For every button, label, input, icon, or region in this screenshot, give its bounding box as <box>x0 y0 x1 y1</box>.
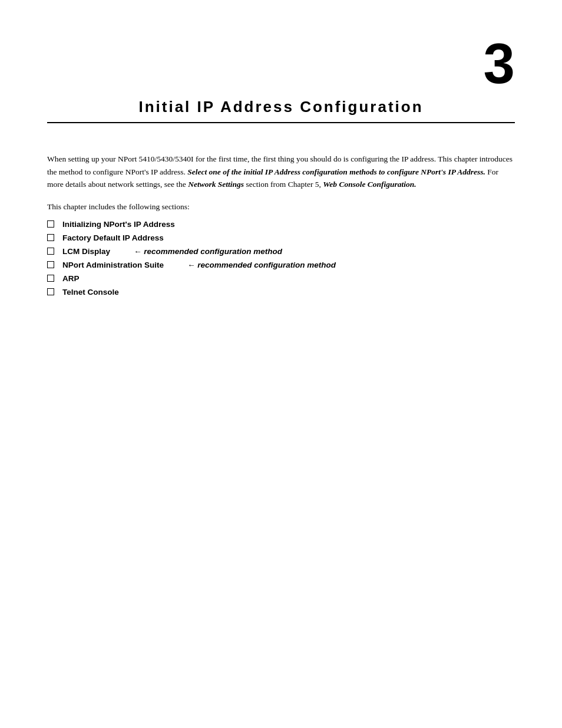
list-item: Factory Default IP Address <box>47 233 515 242</box>
checkbox-icon <box>47 220 54 228</box>
chapter-title: Initial IP Address Configuration <box>0 98 562 116</box>
list-item: NPort Administration Suite ← recommended… <box>47 261 515 269</box>
checkbox-icon <box>47 275 54 282</box>
list-item: LCM Display ← recommended configuration … <box>47 247 515 256</box>
content-area: When setting up your NPort 5410/5430/534… <box>0 123 562 348</box>
page: 3 Initial IP Address Configuration When … <box>0 0 562 728</box>
intro-paragraph: When setting up your NPort 5410/5430/534… <box>47 153 515 191</box>
checkbox-icon <box>47 261 54 268</box>
list-item: Telnet Console <box>47 288 515 297</box>
toc-item-label[interactable]: Initializing NPort's IP Address <box>62 220 175 229</box>
toc-item-label[interactable]: NPort Administration Suite <box>62 261 164 269</box>
list-item: Initializing NPort's IP Address <box>47 220 515 229</box>
list-item: ARP <box>47 274 515 283</box>
toc-list: Initializing NPort's IP Address Factory … <box>47 220 515 297</box>
chapter-number: 3 <box>0 0 562 92</box>
checkbox-icon <box>47 234 54 241</box>
intro-bold-text: Select one of the initial IP Address con… <box>187 167 485 176</box>
recommended-arrow-lcm: ← recommended configuration method <box>134 247 282 256</box>
checkbox-icon <box>47 288 54 295</box>
toc-item-label[interactable]: ARP <box>62 274 80 283</box>
toc-item-label[interactable]: Telnet Console <box>62 288 119 297</box>
toc-item-label[interactable]: LCM Display <box>62 247 110 256</box>
recommended-arrow-nport: ← recommended configuration method <box>187 261 336 269</box>
checkbox-icon <box>47 248 54 255</box>
sections-intro: This chapter includes the following sect… <box>47 200 515 213</box>
toc-item-label[interactable]: Factory Default IP Address <box>62 233 164 242</box>
